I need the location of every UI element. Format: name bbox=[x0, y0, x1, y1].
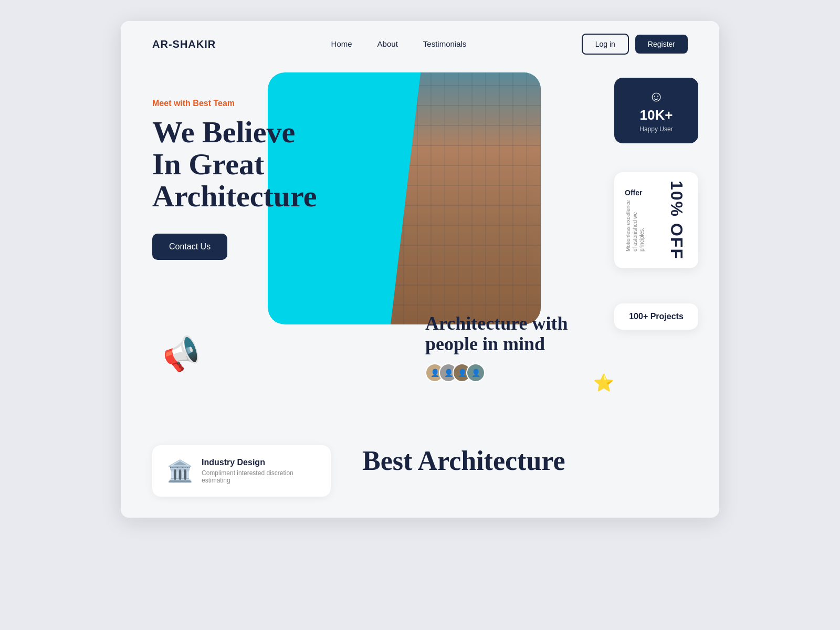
contact-button[interactable]: Contact Us bbox=[152, 234, 227, 260]
overlay-title: Architecture with people in mind bbox=[425, 313, 604, 355]
megaphone-icon: 📢 bbox=[158, 332, 204, 377]
nav-about[interactable]: About bbox=[377, 39, 398, 48]
nav-actions: Log in Register bbox=[582, 34, 688, 55]
projects-card: 100+ Projects bbox=[614, 303, 698, 330]
smiley-icon: ☺ bbox=[627, 88, 686, 105]
happy-users-count: 10K+ bbox=[627, 107, 686, 123]
nav-links: Home About Testimonials bbox=[331, 39, 467, 49]
register-button[interactable]: Register bbox=[635, 35, 688, 54]
browser-window: AR-SHAKIR Home About Testimonials Log in… bbox=[121, 21, 719, 518]
offer-card: Offer Motionless excellence of astonishe… bbox=[614, 172, 698, 268]
hero-subtitle: Meet with Best Team bbox=[152, 99, 373, 108]
brand-logo: AR-SHAKIR bbox=[152, 38, 216, 50]
nav-testimonials[interactable]: Testimonials bbox=[423, 39, 467, 48]
offer-description: Motionless excellence of astonished we p… bbox=[625, 199, 645, 251]
nav-home[interactable]: Home bbox=[331, 39, 352, 48]
login-button[interactable]: Log in bbox=[582, 34, 629, 55]
industry-card: 🏛️ Industry Design Compliment interested… bbox=[152, 445, 331, 497]
hero-title: We Believe In Great Architecture bbox=[152, 117, 373, 213]
best-arch-title: Best Architecture bbox=[362, 445, 565, 476]
team-avatars: 👤 👤 👤 👤 bbox=[425, 363, 604, 382]
building-icon: 🏛️ bbox=[167, 459, 193, 484]
offer-text-col: Offer Motionless excellence of astonishe… bbox=[625, 188, 662, 251]
bottom-section: 🏛️ Industry Design Compliment interested… bbox=[121, 424, 719, 518]
industry-text: Industry Design Compliment interested di… bbox=[202, 458, 316, 484]
offer-label: Offer bbox=[625, 188, 662, 197]
hero-text: Meet with Best Team We Believe In Great … bbox=[152, 78, 373, 260]
avatar-4: 👤 bbox=[466, 363, 485, 382]
industry-desc: Compliment interested discretion estimat… bbox=[202, 469, 316, 484]
star-badge: ⭐ bbox=[593, 373, 614, 393]
happy-users-card: ☺ 10K+ Happy User bbox=[614, 78, 698, 143]
hero-section: Meet with Best Team We Believe In Great … bbox=[121, 67, 719, 424]
best-arch-section: Best Architecture bbox=[362, 445, 565, 476]
happy-users-label: Happy User bbox=[627, 125, 686, 133]
hero-overlay-text: Architecture with people in mind 👤 👤 👤 👤 bbox=[425, 313, 604, 382]
industry-title: Industry Design bbox=[202, 458, 316, 467]
projects-count: 100+ Projects bbox=[627, 312, 686, 321]
navbar: AR-SHAKIR Home About Testimonials Log in… bbox=[121, 21, 719, 67]
offer-percent: 10% OFF bbox=[666, 181, 688, 260]
